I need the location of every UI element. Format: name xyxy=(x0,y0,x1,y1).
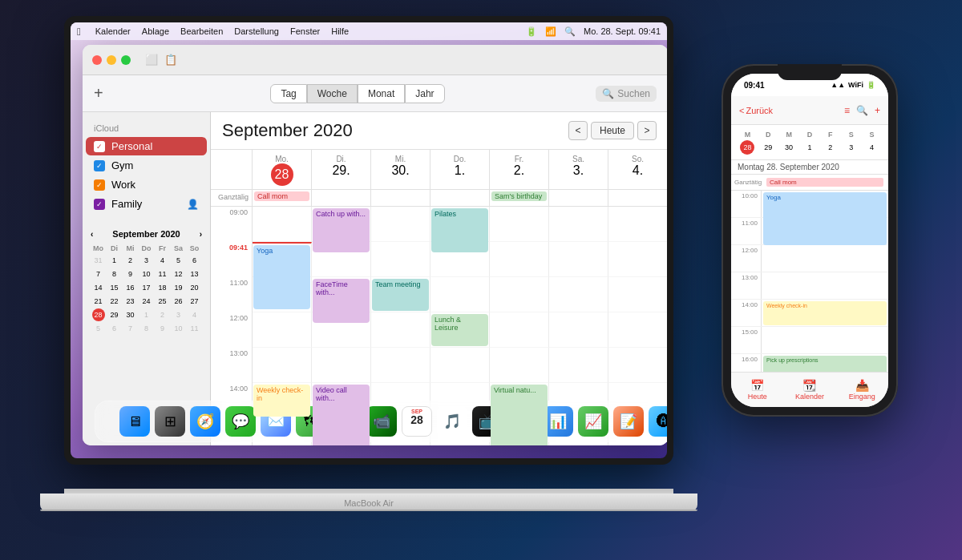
mini-cal-day[interactable]: 20 xyxy=(188,281,201,294)
cell-di-0900[interactable]: Catch up with... xyxy=(312,207,371,242)
menu-ablage[interactable]: Ablage xyxy=(142,26,169,36)
maximize-button[interactable] xyxy=(121,55,131,65)
mini-cal-prev-icon[interactable]: ‹ xyxy=(91,230,93,239)
menu-bearbeiten[interactable]: Bearbeiten xyxy=(180,26,223,36)
day-col-sa[interactable]: Sa. 3. xyxy=(549,150,608,189)
dock-pages-icon[interactable]: 📝 xyxy=(613,406,644,437)
mini-cal-day[interactable]: 6 xyxy=(188,254,201,267)
iphone-add-icon[interactable]: + xyxy=(875,105,880,116)
cell-di-1400[interactable]: Video call with... xyxy=(312,383,371,418)
mini-cal-day[interactable]: 30 xyxy=(124,308,137,321)
event-pilates[interactable]: Pilates xyxy=(431,208,488,252)
iphone-col-1600[interactable]: Pick up prescriptions xyxy=(762,354,888,372)
mini-cal-day[interactable]: 8 xyxy=(140,322,153,335)
day-col-do[interactable]: Do. 1. xyxy=(430,150,490,189)
event-lunch[interactable]: Lunch & Leisure xyxy=(431,314,488,346)
iphone-allday-callmom[interactable]: Call mom xyxy=(766,178,883,187)
fullscreen-icon[interactable]: 📋 xyxy=(164,54,177,66)
mini-cal-day[interactable]: 1 xyxy=(140,308,153,321)
dock-numbers-icon[interactable]: 📈 xyxy=(578,406,608,437)
day-col-di[interactable]: Di. 29. xyxy=(312,150,371,189)
cell-so-1000[interactable] xyxy=(608,242,667,277)
tab-tag[interactable]: Tag xyxy=(270,84,306,103)
mini-cal-day[interactable]: 15 xyxy=(108,281,121,294)
mini-cal-day[interactable]: 6 xyxy=(108,322,121,335)
event-catchup[interactable]: Catch up with... xyxy=(313,208,370,252)
event-virtualnature[interactable]: Virtual natu... xyxy=(491,385,548,445)
iphone-cal-day[interactable]: 29 xyxy=(761,140,775,155)
mini-cal-day[interactable]: 5 xyxy=(92,322,105,335)
prev-week-button[interactable]: < xyxy=(568,121,588,140)
iphone-cal-day[interactable]: 2 xyxy=(823,140,838,155)
minimize-button[interactable] xyxy=(107,55,116,65)
mini-cal-day[interactable]: 27 xyxy=(188,295,201,308)
dock-facetime-icon[interactable]: 📹 xyxy=(366,406,397,437)
mini-cal-day[interactable]: 26 xyxy=(172,295,185,308)
cell-mi-1200[interactable] xyxy=(371,312,430,348)
menu-darstellung[interactable]: Darstellung xyxy=(234,26,279,36)
dock-app-store-icon[interactable]: 🅐 xyxy=(649,406,667,437)
mini-cal-day[interactable]: 18 xyxy=(156,281,169,294)
cell-mi-1000[interactable] xyxy=(371,242,430,277)
event-facetime[interactable]: FaceTime with... xyxy=(313,279,370,323)
iphone-col-1400[interactable]: Weekly check-in xyxy=(762,300,888,326)
tab-woche[interactable]: Woche xyxy=(307,84,358,103)
sidebar-item-work[interactable]: ✓ Work xyxy=(86,175,207,194)
cell-fr-1100[interactable] xyxy=(490,277,549,312)
mini-cal-day[interactable]: 24 xyxy=(140,295,153,308)
iphone-tab-heute[interactable]: 📅 Heute xyxy=(731,379,783,401)
mini-cal-day[interactable]: 3 xyxy=(172,308,185,321)
mini-cal-day[interactable]: 9 xyxy=(156,322,169,335)
dock-launchpad-icon[interactable]: ⊞ xyxy=(155,406,185,437)
cell-sa-1200[interactable] xyxy=(549,312,608,348)
cell-so-1100[interactable] xyxy=(608,277,667,312)
event-weeklycheckin[interactable]: Weekly check-in xyxy=(253,385,310,417)
iphone-cal-day[interactable]: 1 xyxy=(802,140,817,155)
iphone-event-yoga[interactable]: Yoga xyxy=(763,192,887,245)
mini-cal-day[interactable]: 14 xyxy=(92,281,105,294)
mini-cal-today[interactable]: 28 xyxy=(92,308,105,321)
menu-search-icon[interactable]: 🔍 xyxy=(564,26,576,37)
dock-safari-icon[interactable]: 🧭 xyxy=(190,406,220,437)
event-teammeeting[interactable]: Team meeting xyxy=(372,279,429,311)
iphone-tab-kalender[interactable]: 📆 Kalender xyxy=(783,379,835,401)
mini-cal-day[interactable]: 16 xyxy=(124,281,137,294)
tab-jahr[interactable]: Jahr xyxy=(405,84,444,103)
cell-mi-1100[interactable]: Team meeting xyxy=(371,277,430,312)
mini-cal-day[interactable]: 12 xyxy=(172,268,185,280)
iphone-cal-today[interactable]: 28 xyxy=(740,140,754,155)
iphone-back-button[interactable]: < Zurück xyxy=(739,106,773,115)
cell-fr-1200[interactable] xyxy=(490,312,549,348)
cell-sa-0900[interactable] xyxy=(549,207,608,242)
iphone-cal-day[interactable]: 4 xyxy=(865,140,879,155)
cell-mo-1200[interactable] xyxy=(253,312,312,348)
allday-event-callmom[interactable]: Call mom xyxy=(254,191,309,201)
cell-mi-1300[interactable] xyxy=(371,348,430,383)
next-week-button[interactable]: > xyxy=(637,121,657,140)
cell-do-1300[interactable] xyxy=(430,348,490,383)
dock-appstore-icon[interactable]: 🎵 xyxy=(437,406,467,437)
cell-fr-1400[interactable]: Virtual natu... xyxy=(490,383,549,418)
iphone-cal-day[interactable]: 3 xyxy=(844,140,859,155)
menu-hilfe[interactable]: Hilfe xyxy=(331,26,349,36)
cell-di-1100[interactable]: FaceTime with... xyxy=(312,277,371,312)
mini-cal-day[interactable]: 2 xyxy=(124,254,137,267)
mini-cal-day[interactable]: 23 xyxy=(124,295,137,308)
mini-cal-next-icon[interactable]: › xyxy=(200,230,202,239)
mini-cal-day[interactable]: 1 xyxy=(108,254,121,267)
sidebar-item-personal[interactable]: ✓ Personal xyxy=(86,137,207,155)
cell-do-1200[interactable]: Lunch & Leisure xyxy=(430,312,490,348)
add-person-icon[interactable]: 👤 xyxy=(187,199,199,210)
cell-so-0900[interactable] xyxy=(608,207,667,242)
cell-so-1200[interactable] xyxy=(608,312,667,348)
cell-di-1300[interactable] xyxy=(312,348,371,383)
dock-calendar-icon[interactable]: SEP 28 xyxy=(402,406,432,437)
event-yoga[interactable]: Yoga xyxy=(253,245,310,309)
day-col-fr[interactable]: Fr. 2. xyxy=(490,150,549,189)
cell-so-1300[interactable] xyxy=(608,348,667,383)
mini-cal-day[interactable]: 13 xyxy=(188,268,201,280)
mini-cal-day[interactable]: 25 xyxy=(156,295,169,308)
day-col-so[interactable]: So. 4. xyxy=(608,150,667,189)
close-button[interactable] xyxy=(92,55,102,65)
mini-cal-day[interactable]: 4 xyxy=(156,254,169,267)
